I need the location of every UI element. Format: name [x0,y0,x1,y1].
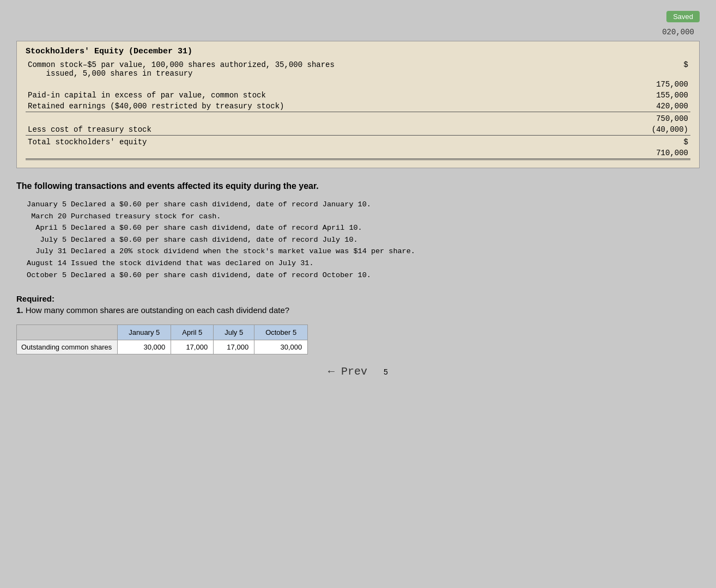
common-stock-value-label [26,79,591,90]
col-header-jul5: July 5 [214,325,254,340]
cell-jan5[interactable]: 30,000 [118,340,171,354]
question-number: 1. [16,305,23,315]
subtotal-label [26,112,591,125]
retained-label: Retained earnings ($40,000 restricted by… [26,101,591,112]
treasury-label: Less cost of treasury stock [26,124,591,136]
table-row: Outstanding common shares 30,000 17,000 … [17,340,308,354]
transactions-header: The following transactions and events af… [16,181,700,191]
total-value: 710,000 [591,148,690,160]
col-header-empty [17,325,118,340]
equity-row-subtotal: 750,000 [26,112,690,125]
tx-jan5: January 5 Declared a $0.60 per share cas… [22,199,700,211]
common-stock-dollar: $ [591,59,690,79]
page-indicator: 5 [384,367,388,376]
tx-jul31-text: Declared a 20% stock dividend when the s… [71,246,700,258]
total-dollar-sign: $ [591,136,690,148]
tx-apr5: April 5 Declared a $0.60 per share cash … [22,222,700,234]
common-stock-label: Common stock–$5 par value, 100,000 share… [26,59,591,79]
saved-badge: Saved [666,11,700,22]
table-header-row: January 5 April 5 July 5 October 5 [17,325,308,340]
tx-jul5-date: July 5 [22,234,71,246]
tx-jan5-date: January 5 [22,199,71,211]
tx-oct5: October 5 Declared a $0.60 per share cas… [22,270,700,281]
total-label: Total stockholders' equity [26,136,591,148]
col-header-apr5: April 5 [171,325,214,340]
treasury-value: (40,000) [591,124,690,136]
outstanding-shares-table: January 5 April 5 July 5 October 5 Outst… [16,324,308,354]
equity-row-retained: Retained earnings ($40,000 restricted by… [26,101,690,112]
subtotal-value: 750,000 [591,112,690,125]
required-section: Required: 1. How many common shares are … [16,294,700,315]
tx-mar20-date: March 20 [22,211,71,223]
equity-row-common-stock-value: 175,000 [26,79,690,90]
tx-jan5-text: Declared a $0.60 per share cash dividend… [71,199,700,211]
tx-aug14-date: August 14 [22,258,71,270]
tx-mar20-text: Purchased treasury stock for cash. [71,211,700,223]
required-question: 1. How many common shares are outstandin… [16,305,700,315]
equity-row-total-value: 710,000 [26,148,690,160]
cell-oct5[interactable]: 30,000 [254,340,308,354]
equity-row-paid-in: Paid-in capital in excess of par value, … [26,90,690,101]
previous-value: 020,000 [16,28,700,36]
tx-jul5-text: Declared a $0.60 per share cash dividend… [71,234,700,246]
question-text: How many common shares are outstanding o… [26,305,289,315]
tx-oct5-text: Declared a $0.60 per share cash dividend… [71,270,700,281]
equity-header: Stockholders' Equity (December 31) [26,47,690,56]
tx-jul5: July 5 Declared a $0.60 per share cash d… [22,234,700,246]
equity-row-treasury: Less cost of treasury stock (40,000) [26,124,690,136]
top-bar: Saved [16,11,700,22]
retained-value: 420,000 [591,101,690,112]
equity-row-total-dollar: Total stockholders' equity $ [26,136,690,148]
tx-aug14-text: Issued the stock dividend that was decla… [71,258,700,270]
cell-apr5[interactable]: 17,000 [171,340,214,354]
prev-label: Prev [341,365,367,378]
row-label-outstanding: Outstanding common shares [17,340,118,354]
equity-table: Common stock–$5 par value, 100,000 share… [26,59,690,160]
common-stock-value: 175,000 [591,79,690,90]
paid-in-label: Paid-in capital in excess of par value, … [26,90,591,101]
transactions-list: January 5 Declared a $0.60 per share cas… [16,199,700,281]
equity-section: Stockholders' Equity (December 31) Commo… [16,41,700,168]
col-header-oct5: October 5 [254,325,308,340]
total-empty [26,148,591,160]
tx-jul31: July 31 Declared a 20% stock dividend wh… [22,246,700,258]
data-table-wrapper: January 5 April 5 July 5 October 5 Outst… [16,324,700,354]
equity-row-common-stock-label: Common stock–$5 par value, 100,000 share… [26,59,690,79]
tx-oct5-date: October 5 [22,270,71,281]
bottom-nav: ← Prev 5 [16,365,700,378]
tx-aug14: August 14 Issued the stock dividend that… [22,258,700,270]
paid-in-value: 155,000 [591,90,690,101]
tx-jul31-date: July 31 [22,246,71,258]
page-container: Saved 020,000 Stockholders' Equity (Dece… [0,0,716,588]
tx-mar20: March 20 Purchased treasury stock for ca… [22,211,700,223]
cell-jul5[interactable]: 17,000 [214,340,254,354]
tx-apr5-date: April 5 [22,222,71,234]
prev-button[interactable]: ← Prev [328,365,367,378]
required-label: Required: [16,294,700,303]
tx-apr5-text: Declared a $0.60 per share cash dividend… [71,222,700,234]
col-header-jan5: January 5 [118,325,171,340]
